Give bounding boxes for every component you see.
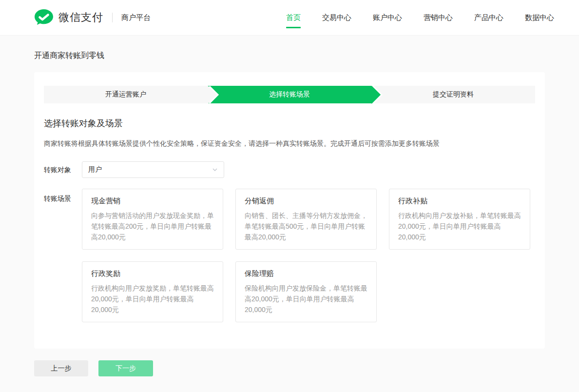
scene-card-desc: 行政机构向用户发放补贴，单笔转账最高20,000元，单日向单用户转账最高20,0… <box>398 210 521 242</box>
transfer-target-value: 用户 <box>88 165 102 174</box>
transfer-scene-label: 转账场景 <box>44 189 82 322</box>
transfer-target-row: 转账对象 用户 <box>44 161 535 178</box>
page-title: 开通商家转账到零钱 <box>34 36 545 72</box>
brand-divider <box>112 13 113 22</box>
transfer-scene-row: 转账场景 现金营销 向参与营销活动的用户发放现金奖励，单笔转账最高200元，单日… <box>44 189 535 322</box>
transfer-target-select[interactable]: 用户 <box>82 161 224 178</box>
footer-actions: 上一步 下一步 <box>34 360 545 376</box>
scene-card-title: 分销返佣 <box>245 196 367 206</box>
scene-card-insurance-claim[interactable]: 保险理赔 保险机构向用户发放保险金，单笔转账最高20,000元，单日向单用户转账… <box>235 261 377 322</box>
scene-card-desc: 保险机构向用户发放保险金，单笔转账最高20,000元，单日向单用户转账最高20,… <box>245 283 367 315</box>
transfer-target-label: 转账对象 <box>44 161 82 178</box>
nav-item-data[interactable]: 数据中心 <box>525 0 554 35</box>
nav-item-products[interactable]: 产品中心 <box>474 0 503 35</box>
setup-card: 开通运营账户 选择转账场景 提交证明资料 选择转账对象及场景 商家转账将根据具体… <box>34 72 545 349</box>
next-step-button[interactable]: 下一步 <box>98 360 153 376</box>
top-header: 微信支付 商户平台 首页 交易中心 账户中心 营销中心 产品中心 数据中心 <box>0 0 579 36</box>
step-indicator: 开通运营账户 选择转账场景 提交证明资料 <box>44 86 535 103</box>
main-nav: 首页 交易中心 账户中心 营销中心 产品中心 数据中心 <box>286 0 554 35</box>
step-choose-scene: 选择转账场景 <box>208 86 371 103</box>
nav-item-transactions[interactable]: 交易中心 <box>322 0 351 35</box>
brand-name: 微信支付 <box>58 10 103 25</box>
chevron-down-icon <box>212 167 218 173</box>
brand: 微信支付 商户平台 <box>34 9 151 26</box>
scene-card-distribution-commission[interactable]: 分销返佣 向销售、团长、主播等分销方发放佣金，单笔转账最高500元，单日向单用户… <box>235 189 377 250</box>
nav-item-marketing[interactable]: 营销中心 <box>424 0 453 35</box>
main-content: 开通商家转账到零钱 开通运营账户 选择转账场景 提交证明资料 选择转账对象及场景… <box>0 36 579 376</box>
scene-card-title: 行政奖励 <box>91 269 214 278</box>
scene-card-grid: 现金营销 向参与营销活动的用户发放现金奖励，单笔转账最高200元，单日向单用户转… <box>82 189 530 322</box>
scene-card-cash-marketing[interactable]: 现金营销 向参与营销活动的用户发放现金奖励，单笔转账最高200元，单日向单用户转… <box>82 189 223 250</box>
scene-card-government-subsidy[interactable]: 行政补贴 行政机构向用户发放补贴，单笔转账最高20,000元，单日向单用户转账最… <box>389 189 530 250</box>
scene-card-desc: 行政机构向用户发放奖励，单笔转账最高20,000元，单日向单用户转账最高20,0… <box>91 283 214 315</box>
section-description: 商家转账将根据具体转账场景提供个性化安全策略，保证资金安全，请选择一种真实转账场… <box>44 138 535 148</box>
wechat-pay-logo-icon <box>34 9 54 26</box>
scene-card-title: 保险理赔 <box>245 269 367 278</box>
nav-item-account[interactable]: 账户中心 <box>373 0 402 35</box>
scene-card-title: 现金营销 <box>91 196 214 206</box>
scene-card-title: 行政补贴 <box>398 196 521 206</box>
nav-item-home[interactable]: 首页 <box>286 0 301 35</box>
scene-card-government-reward[interactable]: 行政奖励 行政机构向用户发放奖励，单笔转账最高20,000元，单日向单用户转账最… <box>82 261 223 322</box>
section-heading: 选择转账对象及场景 <box>44 118 535 129</box>
prev-step-button[interactable]: 上一步 <box>34 360 88 376</box>
scene-card-desc: 向销售、团长、主播等分销方发放佣金，单笔转账最高500元，单日向单用户转账最高2… <box>245 210 367 242</box>
step-submit-proof: 提交证明资料 <box>371 86 535 103</box>
platform-name: 商户平台 <box>121 13 151 22</box>
scene-card-desc: 向参与营销活动的用户发放现金奖励，单笔转账最高200元，单日向单用户转账最高20… <box>91 210 214 242</box>
step-open-account: 开通运营账户 <box>44 86 208 103</box>
